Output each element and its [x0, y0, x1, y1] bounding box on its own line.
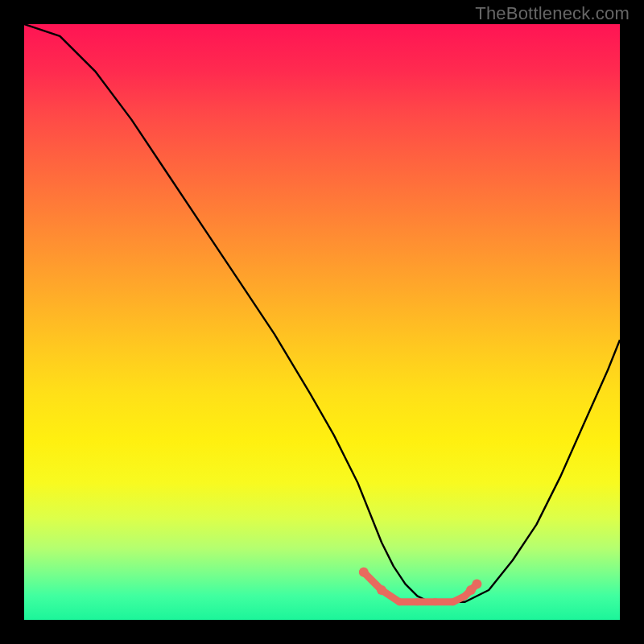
- optimal-range-dot: [472, 580, 481, 589]
- chart-plot-area: [24, 24, 620, 620]
- optimal-range-dot: [359, 568, 369, 577]
- optimal-range-dot: [377, 585, 386, 595]
- watermark-label: TheBottleneck.com: [475, 3, 630, 24]
- bottleneck-curve: [24, 24, 620, 602]
- chart-svg: [24, 24, 620, 620]
